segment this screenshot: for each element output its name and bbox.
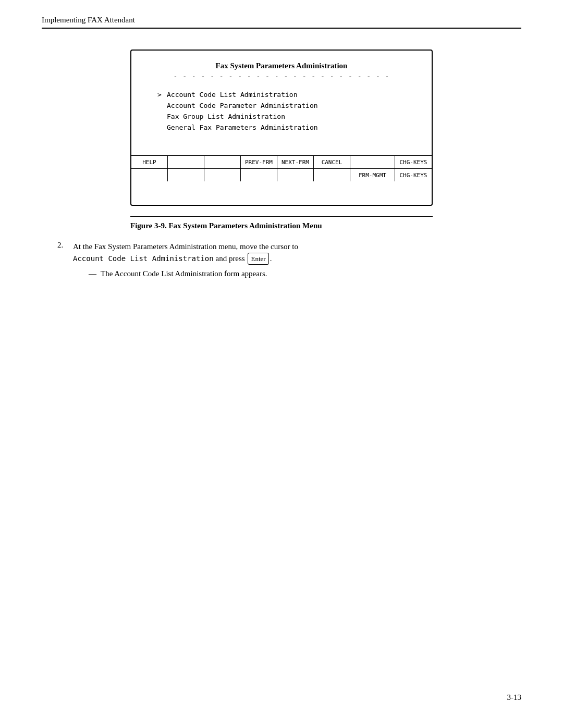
fkey-r2-2 — [168, 169, 204, 181]
step-2-text-before: At the Fax System Parameters Administrat… — [73, 242, 298, 251]
terminal-dashes: - - - - - - - - - - - - - - - - - - - - … — [142, 72, 421, 80]
fkey-help[interactable]: HELP — [131, 156, 168, 168]
period: . — [270, 254, 272, 263]
fkey-bar: HELP PREV-FRM NEXT-FRM CANCEL CHG-KEYS — [131, 155, 432, 181]
menu-arrow-1: > — [157, 91, 164, 98]
fkey-row-2: FRM-MGMT CHG-KEYS — [131, 169, 432, 181]
step-2: 2. At the Fax System Parameters Administ… — [42, 241, 521, 280]
menu-item-3: Fax Group List Administration — [157, 113, 416, 120]
fkey-prev-frm[interactable]: PREV-FRM — [241, 156, 277, 168]
fkey-chg-keys-1[interactable]: CHG-KEYS — [395, 156, 432, 168]
sub-bullet-dash: — — [89, 268, 96, 280]
main-content: Fax System Parameters Administration - -… — [0, 29, 563, 230]
terminal-title-line: Fax System Parameters Administration — [142, 61, 421, 70]
fkey-row-1: HELP PREV-FRM NEXT-FRM CANCEL CHG-KEYS — [131, 156, 432, 169]
menu-text-1: Account Code List Administration — [167, 91, 297, 98]
step-2-code: Account Code List Administration — [73, 254, 214, 263]
fkey-r2-6 — [314, 169, 350, 181]
sub-bullet: — The Account Code List Administration f… — [73, 268, 298, 280]
header-title: Implementing FAX Attendant — [42, 16, 521, 24]
page-container: Implementing FAX Attendant Fax System Pa… — [0, 0, 563, 728]
figure-separator — [130, 216, 433, 217]
body-text-section: 2. At the Fax System Parameters Administ… — [0, 241, 563, 280]
fkey-r2-3 — [204, 169, 241, 181]
fkey-r2-5 — [277, 169, 314, 181]
step-2-number: 2. — [57, 241, 68, 280]
fkey-r2-1 — [131, 169, 168, 181]
step-2-content: At the Fax System Parameters Administrat… — [73, 241, 298, 280]
terminal-inner: Fax System Parameters Administration - -… — [131, 51, 432, 145]
fkey-cancel[interactable]: CANCEL — [314, 156, 350, 168]
figure-caption-text: Figure 3-9. Fax System Parameters Admini… — [130, 221, 322, 230]
fkey-frm-mgmt[interactable]: FRM-MGMT — [350, 169, 395, 181]
menu-text-4: General Fax Parameters Administration — [167, 124, 318, 131]
sub-bullet-text: The Account Code List Administration for… — [101, 268, 267, 280]
terminal-menu: > Account Code List Administration Accou… — [142, 91, 421, 145]
figure-caption: Figure 3-9. Fax System Parameters Admini… — [130, 221, 433, 230]
menu-text-3: Fax Group List Administration — [167, 113, 285, 120]
menu-arrow-2 — [157, 102, 164, 109]
fkey-3 — [204, 156, 241, 168]
menu-item-4: General Fax Parameters Administration — [157, 124, 416, 131]
fkey-7 — [350, 156, 395, 168]
fkey-next-frm[interactable]: NEXT-FRM — [277, 156, 314, 168]
menu-item-2: Account Code Parameter Administration — [157, 102, 416, 109]
menu-arrow-4 — [157, 124, 164, 131]
enter-key: Enter — [248, 253, 268, 265]
menu-item-1: > Account Code List Administration — [157, 91, 416, 98]
fkey-r2-4 — [241, 169, 277, 181]
step-2-text-after: and press — [215, 254, 247, 263]
terminal-title: Fax System Parameters Administration — [216, 61, 348, 70]
header-section: Implementing FAX Attendant — [0, 0, 563, 29]
menu-text-2: Account Code Parameter Administration — [167, 102, 318, 109]
terminal-box: Fax System Parameters Administration - -… — [130, 50, 433, 206]
fkey-chg-keys-2[interactable]: CHG-KEYS — [395, 169, 432, 181]
menu-arrow-3 — [157, 113, 164, 120]
page-number: 3-13 — [507, 693, 522, 702]
fkey-2 — [168, 156, 204, 168]
